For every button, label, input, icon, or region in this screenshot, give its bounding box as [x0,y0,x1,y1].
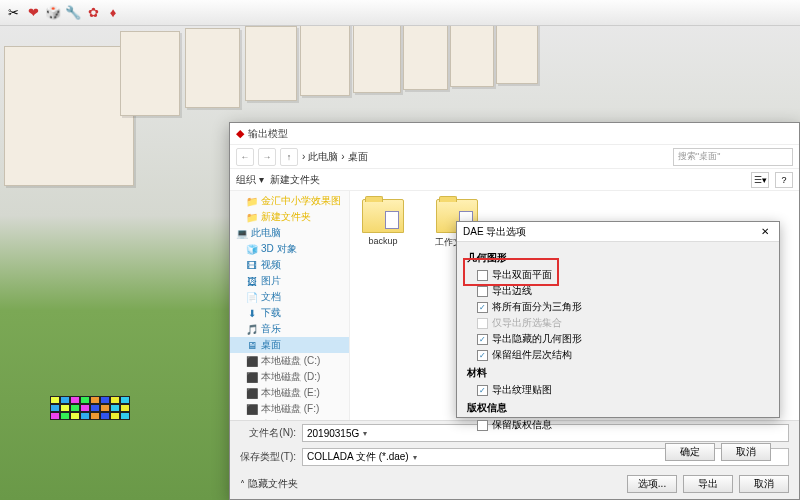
tree-item-icon: 🎵 [246,323,258,335]
checkbox-icon [477,420,488,431]
tree-item-icon: 🖼 [246,275,258,287]
tree-item[interactable]: ⬛本地磁盘 (E:) [230,385,349,401]
nav-forward-icon[interactable]: → [258,148,276,166]
options-titlebar[interactable]: DAE 导出选项 ✕ [457,222,779,242]
filename-label: 文件名(N): [240,426,296,440]
checkbox-row[interactable]: 导出边线 [467,283,769,299]
filetype-label: 保存类型(T): [240,450,296,464]
tree-item-icon: 📄 [246,291,258,303]
checkbox-label: 保留组件层次结构 [492,348,572,362]
tool-icon-3[interactable]: 🎲 [44,4,62,22]
cancel-button[interactable]: 取消 [739,475,789,493]
chevron-down-icon[interactable]: ▾ [363,429,367,438]
ok-button[interactable]: 确定 [665,443,715,461]
checkbox-icon: ✓ [477,302,488,313]
help-button[interactable]: ? [775,172,793,188]
options-cancel-button[interactable]: 取消 [721,443,771,461]
breadcrumb[interactable]: › 此电脑 › 桌面 [302,150,669,164]
tree-item-icon: 📁 [246,211,258,223]
group-material-label: 材料 [467,366,769,380]
dialog-nav: ← → ↑ › 此电脑 › 桌面 搜索"桌面" [230,145,799,169]
dae-options-dialog: DAE 导出选项 ✕ 几何图形 导出双面平面导出边线✓将所有面分为三角形仅导出所… [456,221,780,418]
nav-back-icon[interactable]: ← [236,148,254,166]
tree-item-icon: ⬛ [246,355,258,367]
breadcrumb-item[interactable]: 此电脑 [308,150,338,164]
folder-icon [362,199,404,233]
tree-item-label: 3D 对象 [261,242,297,256]
tree-item[interactable]: 💻此电脑 [230,225,349,241]
tree-item-label: 视频 [261,258,281,272]
tree-item-label: 新建文件夹 [261,210,311,224]
tree-item-label: 音乐 [261,322,281,336]
group-copyright-label: 版权信息 [467,401,769,415]
tree-item[interactable]: ⬛本地磁盘 (F:) [230,401,349,417]
checkbox-label: 保留版权信息 [492,418,552,432]
tree-item-icon: ⬛ [246,387,258,399]
tree-item[interactable]: 📄文档 [230,289,349,305]
tree-item-icon: ⬛ [246,403,258,415]
view-mode-button[interactable]: ☰▾ [751,172,769,188]
search-input[interactable]: 搜索"桌面" [673,148,793,166]
checkbox-row[interactable]: ✓导出隐藏的几何图形 [467,331,769,347]
checkbox-label: 将所有面分为三角形 [492,300,582,314]
checkbox-label: 仅导出所选集合 [492,316,562,330]
tree-item-label: 此电脑 [251,226,281,240]
checkbox-row[interactable]: ✓导出纹理贴图 [467,382,769,398]
checkbox-icon: ✓ [477,334,488,345]
checkbox-label: 导出隐藏的几何图形 [492,332,582,346]
breadcrumb-item[interactable]: 桌面 [348,150,368,164]
tree-item-icon: ⬇ [246,307,258,319]
dialog-titlebar[interactable]: ◆ 输出模型 [230,123,799,145]
tool-icon-4[interactable]: 🔧 [64,4,82,22]
export-button[interactable]: 导出 [683,475,733,493]
tree-item-label: 图片 [261,274,281,288]
file-item[interactable]: backup [358,199,408,246]
checkbox-icon: ✓ [477,350,488,361]
tree-item-label: 桌面 [261,338,281,352]
tree-item[interactable]: 📁新建文件夹 [230,209,349,225]
tree-item-icon: ⬛ [246,371,258,383]
breadcrumb-sep-icon: › [341,151,344,162]
checkbox-icon: ✓ [477,385,488,396]
folder-tree[interactable]: 📁金汇中小学效果图📁新建文件夹💻此电脑🧊3D 对象🎞视频🖼图片📄文档⬇下载🎵音乐… [230,191,350,420]
tree-item-label: 金汇中小学效果图 [261,194,341,208]
tool-icon-1[interactable]: ✂ [4,4,22,22]
tree-item-icon: 💻 [236,227,248,239]
file-label: backup [358,236,408,246]
checkbox-row[interactable]: ✓保留组件层次结构 [467,347,769,363]
tool-icon-6[interactable]: ♦ [104,4,122,22]
tree-item-icon: 🖥 [246,339,258,351]
tree-item[interactable]: 📁金汇中小学效果图 [230,193,349,209]
tree-item[interactable]: 🎵音乐 [230,321,349,337]
tree-item[interactable]: ⬛本地磁盘 (D:) [230,369,349,385]
organize-button[interactable]: 组织 ▾ [236,173,264,187]
tree-item[interactable]: 🖼图片 [230,273,349,289]
tool-icon-2[interactable]: ❤ [24,4,42,22]
tree-item[interactable]: ⬛本地磁盘 (C:) [230,353,349,369]
nav-up-icon[interactable]: ↑ [280,148,298,166]
hide-folders-toggle[interactable]: ˄隐藏文件夹 [230,475,308,493]
checkbox-label: 导出双面平面 [492,268,552,282]
checkbox-row[interactable]: 保留版权信息 [467,417,769,433]
dialog-title: 输出模型 [248,127,288,141]
chevron-up-icon: ˄ [240,479,245,490]
group-geometry-label: 几何图形 [467,251,769,265]
checkbox-row[interactable]: ✓将所有面分为三角形 [467,299,769,315]
tree-item[interactable]: 🎞视频 [230,257,349,273]
tree-item[interactable]: 🖥桌面 [230,337,349,353]
checkbox-label: 导出边线 [492,284,532,298]
checkbox-row[interactable]: 导出双面平面 [467,267,769,283]
tree-item-icon: 🎞 [246,259,258,271]
checkbox-icon [477,270,488,281]
ruby-icon: ◆ [236,127,244,140]
checkbox-icon [477,318,488,329]
tree-item[interactable]: ⬇下载 [230,305,349,321]
options-button[interactable]: 选项... [627,475,677,493]
new-folder-button[interactable]: 新建文件夹 [270,173,320,187]
close-icon[interactable]: ✕ [757,225,773,239]
tree-item[interactable]: 🧊3D 对象 [230,241,349,257]
chevron-down-icon[interactable]: ▾ [413,453,417,462]
tree-item-label: 下载 [261,306,281,320]
tool-icon-5[interactable]: ✿ [84,4,102,22]
tree-item-label: 本地磁盘 (D:) [261,370,320,384]
